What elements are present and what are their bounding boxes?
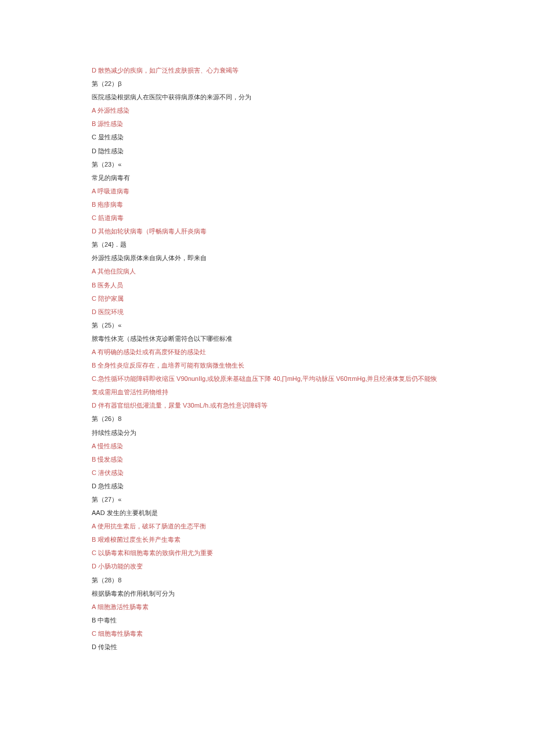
text-line: C 细胞毒性肠毒素	[92, 627, 442, 640]
text-line: 第（23）«	[92, 158, 442, 171]
text-line: 持续性感染分为	[92, 426, 442, 440]
text-line: B 源性感染	[92, 117, 442, 131]
text-line: B 艰难梭菌过度生长并产生毒素	[92, 533, 442, 546]
text-line: C 筋道病毒	[92, 211, 442, 225]
text-line: C 陪护家属	[92, 292, 442, 305]
text-line: B 慢发感染	[92, 453, 442, 466]
text-line: D 医院环境	[92, 305, 442, 319]
text-line: 医院感染根据病人在医院中获得病原体的来源不同，分为	[92, 91, 442, 104]
text-line: B 中毒性	[92, 614, 442, 627]
text-line: A 慢性感染	[92, 440, 442, 453]
text-line: 第（27）«	[92, 493, 442, 506]
text-line: D 急性感染	[92, 480, 442, 493]
document-page: D 散热减少的疾病，如广泛性皮肤损害、心力衰竭等第（22）β医院感染根据病人在医…	[0, 0, 534, 689]
text-line: D 小肠功能的改变	[92, 560, 442, 573]
text-line: 第（24}．题	[92, 238, 442, 251]
text-line: D 隐性感染	[92, 145, 442, 158]
text-line: 第（26）8	[92, 412, 442, 426]
text-line: 第（22）β	[92, 77, 442, 91]
text-line: A 使用抗生素后，破坏了肠道的生态平衡	[92, 520, 442, 533]
text-line: C 显性感染	[92, 131, 442, 144]
text-line: A 有明确的感染灶或有高度怀疑的感染灶	[92, 345, 442, 359]
text-line: 第（25）«	[92, 319, 442, 332]
text-line: C.急性循环功能障碍即收缩压 V90nunIIg,或较原来基础血压下降 40,∏…	[92, 372, 442, 399]
text-line: D 散热减少的疾病，如广泛性皮肤损害、心力衰竭等	[92, 64, 442, 77]
text-line: A 细胞激活性肠毒素	[92, 600, 442, 614]
text-line: C 以肠毒素和细胞毒素的致病作用尤为重要	[92, 546, 442, 560]
text-line: A 呼吸道病毒	[92, 185, 442, 198]
text-line: D 传染性	[92, 640, 442, 654]
text-line: AAD 发生的主要机制是	[92, 506, 442, 520]
text-line: 常见的病毒有	[92, 171, 442, 185]
text-line: A 其他住院病人	[92, 265, 442, 278]
text-line: C 潜伏感染	[92, 466, 442, 480]
text-line: B 疱疹病毒	[92, 198, 442, 211]
text-line: 根据肠毒素的作用机制可分为	[92, 587, 442, 600]
text-line: A 外源性感染	[92, 104, 442, 117]
text-line: B 医务人员	[92, 279, 442, 292]
text-line: B 全身性炎症反应存在，血培养可能有致病微生物生长	[92, 359, 442, 372]
text-line: 外源性感染病原体来自病人体外，即来自	[92, 251, 442, 265]
text-line: 第（28）8	[92, 574, 442, 587]
text-line: 脓毒性休克（感染性休克诊断需符合以下哪些标准	[92, 332, 442, 345]
text-line: D 伴有器官组织低灌流量，尿量 V30mL/h.或有急性意识障碍等	[92, 399, 442, 412]
text-line: D 其他如轮状病毒（呼畅病毒人肝炎病毒	[92, 225, 442, 238]
